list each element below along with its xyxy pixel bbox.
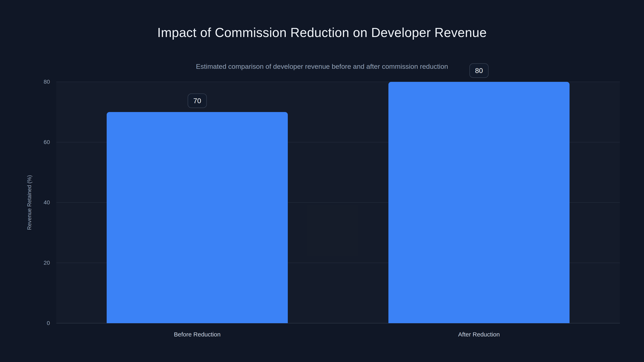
- chart-subtitle: Estimated comparison of developer revenu…: [0, 61, 644, 71]
- x-category-label: Before Reduction: [174, 331, 220, 338]
- x-category-label: After Reduction: [458, 331, 500, 338]
- bar-chart: Impact of Commission Reduction on Develo…: [0, 0, 644, 362]
- plot-area: [56, 82, 620, 323]
- y-tick-label: 20: [0, 259, 50, 267]
- y-tick-label: 0: [0, 319, 50, 327]
- y-tick-label: 60: [0, 138, 50, 146]
- y-tick-label: 80: [0, 78, 50, 86]
- bar: [107, 112, 288, 323]
- chart-title: Impact of Commission Reduction on Develo…: [0, 24, 644, 41]
- bar-value-badge: 70: [188, 93, 207, 108]
- y-tick-label: 40: [0, 199, 50, 207]
- bar: [388, 82, 570, 323]
- bar-value-badge: 80: [470, 63, 489, 78]
